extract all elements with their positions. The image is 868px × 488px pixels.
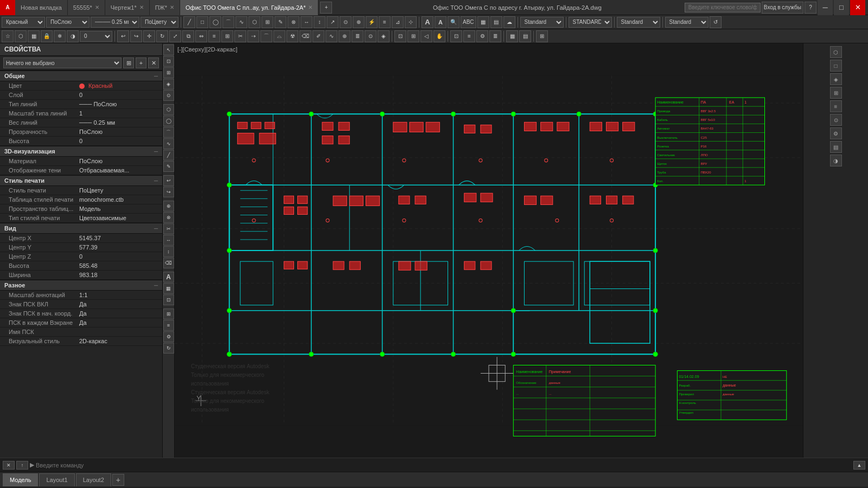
- collapse-view[interactable]: ─: [154, 226, 158, 232]
- tb-search[interactable]: 🔍: [448, 16, 459, 28]
- tb2-zoom-win[interactable]: ⊞: [407, 30, 419, 42]
- canvas-area[interactable]: [-][Сверху][2D-каркас]: [175, 43, 803, 458]
- tb-draw11[interactable]: ↕: [314, 16, 326, 28]
- vt-23[interactable]: ⊞: [163, 309, 174, 319]
- tab-layout1[interactable]: Layout1: [39, 473, 74, 486]
- cmd-input[interactable]: [36, 462, 852, 468]
- tb2-grip[interactable]: ⊕: [339, 30, 350, 42]
- tb-text-a[interactable]: A: [422, 16, 433, 28]
- cmd-scroll[interactable]: ↑: [16, 461, 28, 470]
- vt-26[interactable]: ↻: [163, 343, 174, 354]
- rp-icon-8[interactable]: ▤: [830, 141, 842, 153]
- tb-draw18[interactable]: ⊹: [405, 16, 417, 28]
- tb-dim-update[interactable]: ↺: [710, 16, 722, 28]
- color-select[interactable]: Красный: [2, 17, 45, 28]
- vt-16[interactable]: ✂: [163, 223, 174, 234]
- collapse-3d[interactable]: ─: [154, 149, 158, 155]
- tab-close-3[interactable]: ✕: [170, 4, 174, 10]
- tb-draw13[interactable]: ⊙: [340, 16, 352, 28]
- tb-text-a2[interactable]: A: [435, 16, 446, 28]
- tb2-match[interactable]: ≣: [352, 30, 363, 42]
- tb2-move[interactable]: ✛: [143, 30, 155, 42]
- vt-24[interactable]: ≡: [163, 320, 174, 331]
- vt-9[interactable]: ∿: [163, 138, 174, 149]
- vt-select2[interactable]: ⊡: [163, 56, 174, 67]
- vt-18[interactable]: ↕: [163, 246, 174, 257]
- tb-draw15[interactable]: ⚡: [366, 16, 378, 28]
- tb-draw10[interactable]: ↔: [301, 16, 312, 28]
- lineweight-select[interactable]: ──── 0.25 мм: [91, 17, 139, 28]
- cmd-close[interactable]: ✕: [3, 461, 15, 470]
- vt-10[interactable]: ╱: [163, 150, 174, 160]
- tb2-chamfer[interactable]: ⌓: [273, 30, 285, 42]
- tb2-zoom-extent[interactable]: ⊡: [394, 30, 406, 42]
- tb2-hatch[interactable]: ▦: [506, 30, 518, 42]
- vt-13[interactable]: ↪: [163, 187, 174, 197]
- tb-draw7[interactable]: ⊞: [261, 16, 273, 28]
- tb-draw2[interactable]: □: [196, 16, 208, 28]
- tb-draw3[interactable]: ◯: [209, 16, 221, 28]
- rp-icon-2[interactable]: □: [830, 60, 842, 72]
- prop-quick-select[interactable]: ⊞: [123, 57, 134, 68]
- search-input[interactable]: [685, 3, 761, 12]
- object-selector[interactable]: Ничего не выбрано: [3, 57, 122, 68]
- tab-3[interactable]: ПЖ* ✕: [150, 0, 180, 15]
- vt-15[interactable]: ⊗: [163, 212, 174, 223]
- vt-8[interactable]: ⌒: [163, 127, 174, 138]
- tb-draw14[interactable]: ⊕: [353, 16, 365, 28]
- tb-cloud[interactable]: ☁: [503, 16, 515, 28]
- tb2-layer[interactable]: ▦: [28, 30, 40, 42]
- help-btn[interactable]: ?: [805, 2, 816, 14]
- tb-draw12[interactable]: ↗: [327, 16, 339, 28]
- tb2-explode[interactable]: ☢: [286, 30, 298, 42]
- vt-17[interactable]: ↔: [163, 235, 174, 246]
- layer-select[interactable]: Standard: [520, 17, 564, 28]
- tb2-extend[interactable]: ⇢: [247, 30, 259, 42]
- tb-draw17[interactable]: ⊿: [392, 16, 404, 28]
- tb2-25[interactable]: ◈: [378, 30, 390, 42]
- tb-field[interactable]: ▦: [477, 16, 489, 28]
- linetype-select[interactable]: ПоСлою: [46, 17, 90, 28]
- tb2-1[interactable]: ☆: [2, 30, 14, 42]
- tb2-zoom-prev[interactable]: ◁: [420, 30, 432, 42]
- tb2-pedit[interactable]: ✐: [312, 30, 324, 42]
- tb2-5[interactable]: ◑: [67, 30, 79, 42]
- tab-model[interactable]: Модель: [3, 473, 38, 486]
- vt-20[interactable]: A: [163, 272, 174, 282]
- plot-style-select[interactable]: ПоЦвету: [141, 17, 178, 28]
- prop-add[interactable]: +: [136, 57, 146, 68]
- tb2-fillet[interactable]: ⌒: [260, 30, 272, 42]
- tb2-layer-sel[interactable]: 0: [80, 31, 112, 42]
- tb-draw1[interactable]: ╱: [183, 16, 195, 28]
- tab-1[interactable]: 55555* ✕: [68, 0, 105, 15]
- tb2-properties[interactable]: ⚙: [476, 30, 488, 42]
- tab-new[interactable]: Новая вкладка: [15, 0, 68, 15]
- new-tab-button[interactable]: +: [320, 2, 332, 14]
- tb-draw8[interactable]: ✎: [275, 16, 286, 28]
- tb-draw6[interactable]: ⬡: [248, 16, 260, 28]
- tb2-copy[interactable]: ⧉: [182, 30, 194, 42]
- vt-select[interactable]: ↖: [163, 44, 174, 55]
- rp-icon-7[interactable]: ⚙: [830, 127, 842, 139]
- tb2-24[interactable]: ⊙: [365, 30, 376, 42]
- tb2-pan[interactable]: ✋: [433, 30, 445, 42]
- rp-icon-5[interactable]: ≡: [830, 100, 842, 112]
- rp-icon-9[interactable]: ◑: [830, 155, 842, 166]
- collapse-print[interactable]: ─: [154, 178, 158, 184]
- rp-icon-1[interactable]: ⬡: [830, 46, 842, 58]
- tb2-mirror[interactable]: ⇔: [195, 30, 207, 42]
- tb2-lock[interactable]: 🔒: [41, 30, 53, 42]
- tab-layout2[interactable]: Layout2: [76, 473, 111, 486]
- rp-icon-3[interactable]: ◈: [830, 73, 842, 85]
- tb-draw16[interactable]: ≡: [379, 16, 391, 28]
- tb2-undo[interactable]: ↩: [117, 30, 129, 42]
- tb2-redo[interactable]: ↪: [130, 30, 142, 42]
- tb-spell[interactable]: ABC: [461, 16, 476, 28]
- vt-19[interactable]: ⌫: [163, 258, 174, 268]
- vt-5[interactable]: ⊙: [163, 90, 174, 101]
- vt-14[interactable]: ⊕: [163, 201, 174, 211]
- tb2-qselect[interactable]: ≡: [463, 30, 475, 42]
- tb-table[interactable]: ▤: [490, 16, 502, 28]
- tb2-offset[interactable]: ≡: [208, 30, 220, 42]
- add-layout-btn[interactable]: +: [112, 474, 124, 486]
